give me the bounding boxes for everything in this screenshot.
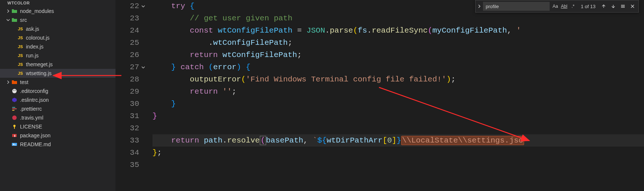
line-number: 23: [115, 12, 139, 24]
code-line[interactable]: // get user given path: [152, 12, 644, 24]
code-line[interactable]: [152, 122, 644, 134]
explorer-title: WTCOLOR: [0, 0, 115, 6]
find-match-word-toggle[interactable]: Abl: [560, 2, 568, 10]
file-row-.travis.yml[interactable]: .travis.yml: [0, 113, 115, 122]
fold-chevron-icon[interactable]: [140, 0, 147, 12]
file-row-.prettierrc[interactable]: .prettierrc: [0, 104, 115, 113]
file-row-wtsetting.js[interactable]: JSwtsetting.js: [0, 69, 115, 78]
svg-marker-3: [12, 98, 17, 102]
chevron-down-icon[interactable]: [5, 17, 11, 23]
svg-rect-11: [14, 135, 15, 137]
md-icon: M↓: [11, 141, 18, 148]
js-icon: JS: [17, 70, 24, 77]
eslint-icon: [11, 97, 18, 103]
file-row-LICENSE[interactable]: LICENSE: [0, 122, 115, 131]
tree-item-label: src: [20, 17, 27, 23]
code-line[interactable]: return '';: [152, 86, 644, 98]
tree-item-label: .editorconfig: [20, 88, 48, 94]
find-match-case-toggle[interactable]: Aa: [551, 2, 559, 10]
find-result-count: 1 of 13: [581, 0, 596, 13]
find-widget: Aa Abl .* 1 of 13: [475, 0, 639, 13]
js-icon: JS: [17, 43, 24, 50]
svg-rect-6: [12, 110, 14, 111]
file-row-.eslintrc.json[interactable]: .eslintrc.json: [0, 96, 115, 104]
line-number: 30: [115, 98, 139, 110]
file-row-run.js[interactable]: JSrun.js: [0, 51, 115, 60]
tree-item-label: wtsetting.js: [26, 70, 51, 76]
tree-item-label: test: [20, 79, 28, 85]
line-number: 34: [115, 147, 139, 159]
find-close-button[interactable]: [628, 2, 637, 11]
line-number: 32: [115, 122, 139, 134]
find-in-selection-toggle[interactable]: [618, 2, 627, 11]
code-line[interactable]: [152, 159, 644, 171]
js-icon: JS: [17, 26, 24, 32]
line-number: 28: [115, 73, 139, 86]
code-line[interactable]: const wtConfigFilePath = JSON.parse(fs.r…: [152, 24, 644, 37]
code-line[interactable]: }: [152, 110, 644, 122]
editorconfig-icon: [11, 88, 18, 94]
file-tree: node_modulessrcJSask.jsJScolorout.jsJSin…: [0, 6, 115, 149]
line-number: 24: [115, 24, 139, 37]
tree-item-label: themeget.js: [26, 61, 53, 67]
file-row-colorout.js[interactable]: JScolorout.js: [0, 33, 115, 42]
file-explorer-sidebar: WTCOLOR node_modulessrcJSask.jsJScolorou…: [0, 0, 115, 191]
chevron-right-icon[interactable]: [5, 79, 11, 85]
folder-test-icon: [11, 79, 18, 86]
find-regex-toggle[interactable]: .*: [569, 2, 577, 10]
license-icon: [11, 123, 18, 130]
svg-point-7: [12, 115, 17, 120]
code-line[interactable]: .wtConfigFilePath;: [152, 37, 644, 49]
line-number: 31: [115, 110, 139, 122]
line-number: 22: [115, 0, 139, 12]
js-icon: JS: [17, 52, 24, 59]
line-number: 33: [115, 134, 139, 147]
code-line[interactable]: outputError('Find Windows Terminal confi…: [152, 73, 644, 86]
find-input[interactable]: [483, 2, 550, 11]
line-number-gutter: 2223242526272829303132333435: [115, 0, 150, 191]
line-number: 29: [115, 86, 139, 98]
travis-icon: [11, 114, 18, 121]
svg-rect-4: [12, 107, 15, 108]
code-editor[interactable]: 2223242526272829303132333435 try { // ge…: [115, 0, 644, 191]
code-line[interactable]: }: [152, 98, 644, 110]
tree-item-label: index.js: [26, 44, 43, 50]
line-number: 25: [115, 37, 139, 49]
tree-item-label: .travis.yml: [20, 115, 43, 121]
fold-chevron-icon[interactable]: [140, 61, 147, 73]
tree-item-label: LICENSE: [20, 124, 42, 130]
svg-rect-9: [14, 127, 15, 129]
file-row-ask.js[interactable]: JSask.js: [0, 24, 115, 33]
code-area[interactable]: try { // get user given path const wtCon…: [150, 0, 644, 191]
line-number: 35: [115, 159, 139, 171]
chevron-right-icon[interactable]: [5, 8, 11, 14]
find-next-button[interactable]: [609, 2, 618, 11]
code-line[interactable]: return wtConfigFilePath;: [152, 49, 644, 61]
find-prev-button[interactable]: [599, 2, 608, 11]
code-line[interactable]: } catch (error) {: [152, 61, 644, 73]
npm-icon: [11, 132, 18, 139]
svg-point-0: [12, 89, 17, 93]
folder-row-src[interactable]: src: [0, 16, 115, 24]
folder-green-icon: [11, 8, 18, 14]
tree-item-label: package.json: [20, 133, 51, 138]
svg-rect-5: [12, 108, 17, 109]
find-expand-toggle[interactable]: [476, 0, 483, 12]
js-icon: JS: [17, 34, 24, 41]
line-number: 27: [115, 61, 139, 73]
tree-item-label: ask.js: [26, 26, 39, 32]
folder-row-test[interactable]: test: [0, 78, 115, 87]
file-row-README.md[interactable]: M↓README.md: [0, 140, 115, 149]
code-line[interactable]: };: [152, 147, 644, 159]
code-line[interactable]: return path.resolve(basePath, `${wtDirPa…: [152, 134, 644, 147]
file-row-themeget.js[interactable]: JSthemeget.js: [0, 60, 115, 69]
folder-row-node_modules[interactable]: node_modules: [0, 7, 115, 16]
js-icon: JS: [17, 61, 24, 68]
file-row-package.json[interactable]: package.json: [0, 131, 115, 140]
file-row-index.js[interactable]: JSindex.js: [0, 42, 115, 51]
tree-item-label: colorout.js: [26, 35, 50, 41]
tree-item-label: README.md: [20, 141, 51, 147]
file-row-.editorconfig[interactable]: .editorconfig: [0, 87, 115, 96]
tree-item-label: run.js: [26, 53, 38, 58]
tree-item-label: node_modules: [20, 8, 54, 14]
